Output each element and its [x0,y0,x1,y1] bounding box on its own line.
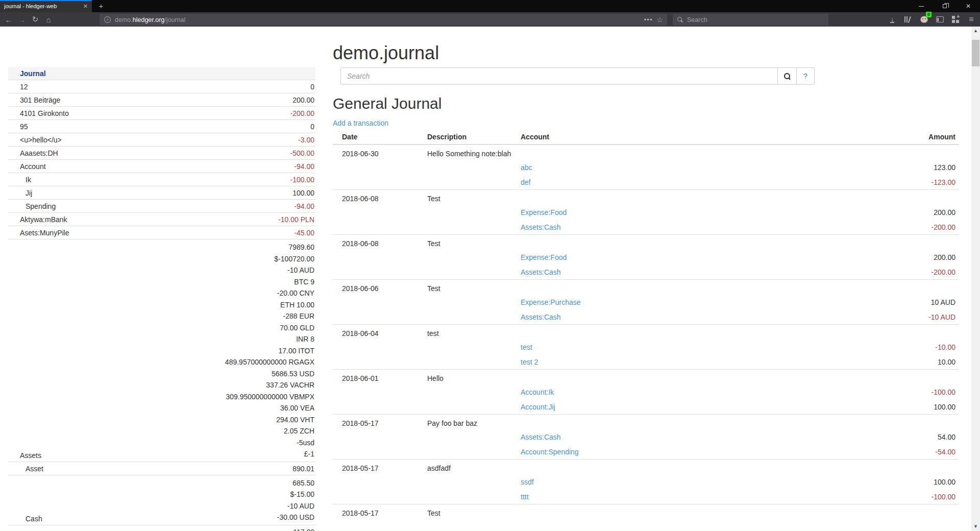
posting-account-link[interactable]: Expense:Purchase [521,298,581,306]
transaction-date: 2018-05-17 [333,504,418,520]
main-panel: demo.journal ? General Journal Add a tra… [333,27,959,519]
page-actions-icon[interactable]: ••• [644,16,653,23]
sidebar-amount: 489.957000000000 RGAGX [133,356,314,368]
transaction: 2018-05-17asdfadfssdf100.00tttt-100.00 [333,460,959,504]
toolbar-search-field[interactable]: Search [673,14,828,26]
page-title: demo.journal [333,42,959,63]
sidebar-account-link[interactable]: 4101 Girokonto [9,109,69,117]
sidebar-account-link[interactable]: Aaasets:DH [9,149,58,157]
posting-account-link[interactable]: Account:Jij [521,403,555,411]
sidebar-account-link[interactable]: Spending [9,202,56,210]
sidebar-account-link[interactable]: <u>hello</u> [9,136,62,144]
library-icon [904,16,912,23]
search-button[interactable] [778,67,797,85]
transaction-description: asdfadf [418,460,959,475]
sidebar-account-link[interactable]: Jij [9,189,32,197]
close-button[interactable]: ✕ [957,0,980,12]
sidebar-account-link[interactable]: 301 Beiträge [9,96,60,104]
transaction-description: Test [418,504,959,520]
sidebar-amount: 0 [133,122,314,131]
posting-account-link[interactable]: Expense:Food [521,253,567,261]
posting-row: Account:Jij100.00 [333,399,959,415]
home-button[interactable]: ⌂ [42,15,55,24]
posting-account-link[interactable]: Account:Ik [521,388,554,396]
bookmark-star-icon[interactable]: ☆ [656,16,663,24]
sidebar-account-link[interactable]: 95 [9,123,28,131]
page-scrollbar[interactable]: ▲ ▼ [971,27,980,531]
minimize-button[interactable] [910,0,933,12]
tab-title: journal - hledger-web [4,3,80,9]
sidebar-journal-link[interactable]: Journal [9,69,46,78]
tab-close-icon[interactable]: ✕ [83,3,88,10]
transaction-description: Test [418,280,959,295]
sidebar-account-row: Asset890.01 [8,462,315,475]
posting-row: Expense:Food200.00 [333,250,959,264]
transaction-title-row: 2018-06-06Test [333,280,959,295]
column-header-amount: Amount [767,131,959,144]
sidebar-amount: 70.00 GLD [133,322,314,334]
transaction-date: 2018-06-08 [333,235,418,250]
posting-account-link[interactable]: Account:Spending [521,448,579,456]
transaction-title-row: 2018-06-30Hello Something note:blah [333,144,959,160]
posting-account-link[interactable]: tttt [521,493,529,501]
sidebar-amount: -30.00 USD [133,512,314,523]
posting-amount: 54.00 [767,429,959,444]
restore-button[interactable] [933,0,957,12]
transaction-date: 2018-06-30 [333,144,418,160]
url-bar[interactable]: i demo.hledger.org/journal ••• ☆ [100,14,667,26]
sidebar-amount: INR 8 [133,333,314,345]
posting-account-link[interactable]: ssdf [521,478,534,486]
menu-button[interactable]: ≡ [967,15,976,24]
sidebar-account-row: <u>hello</u>-3.00 [8,133,315,147]
scrollbar-down-arrow[interactable]: ▼ [971,522,980,531]
posting-account-link[interactable]: Assets:Cash [521,313,561,321]
back-button[interactable]: ← [2,15,15,24]
scrollbar-thumb[interactable] [972,40,979,66]
help-button[interactable]: ? [797,67,815,85]
column-header-account: Account [511,131,767,144]
sidebar-amount: $-15.00 [133,489,314,500]
extension-button[interactable]: 0 [919,15,928,24]
posting-account-link[interactable]: def [521,178,530,186]
posting-account-link[interactable]: Assets:Cash [521,268,561,276]
add-transaction-link[interactable]: Add a transaction [333,119,388,127]
posting-account-link[interactable]: test 2 [521,358,538,366]
sidebar-account-link[interactable]: Ik [9,176,31,184]
posting-amount: -10.00 [767,340,959,354]
library-button[interactable] [903,15,913,24]
posting-account-link[interactable]: Assets:Cash [521,223,561,231]
sidebar-account-link[interactable]: Asset [9,465,43,473]
sidebar-account-link[interactable]: Assets [9,451,41,460]
posting-account-link[interactable]: Expense:Food [521,208,567,216]
sidebar-amount: 309.950000000000 VBMPX [133,391,314,403]
posting-row: Assets:Cash54.00 [333,429,959,444]
browser-tab[interactable]: journal - hledger-web ✕ [0,0,92,12]
sidebar-account-link[interactable]: Cash [9,515,42,523]
reload-button[interactable]: ↻ [29,15,42,24]
sidebar-account-link[interactable]: Aktywa:mBank [9,215,67,224]
forward-button[interactable]: → [15,15,29,24]
transaction-title-row: 2018-06-08Test [333,190,959,205]
transaction-date: 2018-06-04 [333,325,418,340]
sidebar-amount: 0 [133,82,314,91]
sidebar-account-link[interactable]: Asets:MunyPile [9,229,69,237]
posting-account-link[interactable]: Assets:Cash [521,433,561,441]
extension-badge: 0 [926,12,932,17]
sidebar-amount: -10 AUD [133,500,314,512]
sidebar-toggle-button[interactable] [935,15,944,24]
sidebar-account-link[interactable]: 12 [9,83,28,91]
posting-account-link[interactable]: abc [521,163,532,172]
restore-icon [943,4,947,8]
site-info-icon[interactable]: i [104,16,111,23]
downloads-button[interactable]: ↓ [888,15,897,24]
sidebar-account-row: 950 [8,120,315,133]
posting-amount: 10 AUD [767,295,959,309]
sidebar-account-link[interactable]: Account [9,162,46,171]
posting-account-link[interactable]: test [521,343,532,351]
containers-button[interactable] [951,15,960,24]
new-tab-button[interactable]: + [95,0,107,12]
posting-row: tttt-100.00 [333,489,959,504]
search-input[interactable] [340,67,778,85]
scrollbar-up-arrow[interactable]: ▲ [971,27,980,35]
sidebar-amount: 36.00 VEA [133,402,314,414]
